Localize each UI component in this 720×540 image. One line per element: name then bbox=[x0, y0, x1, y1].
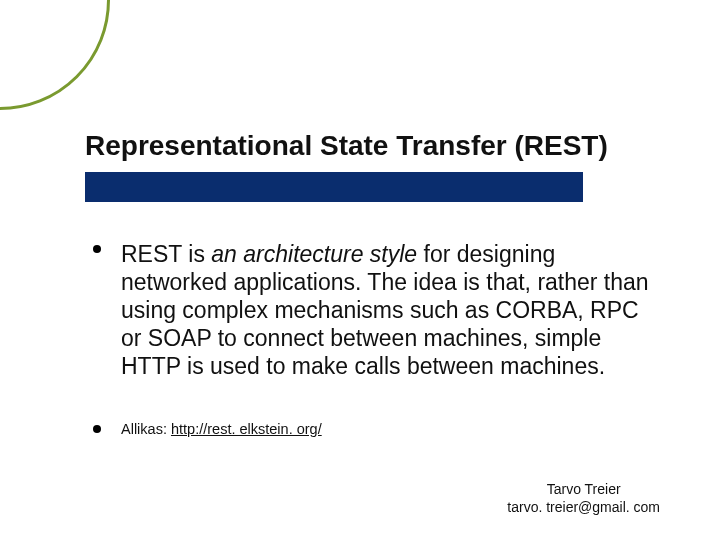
slide-title: Representational State Transfer (REST) bbox=[85, 130, 650, 162]
slide-content: Representational State Transfer (REST) R… bbox=[0, 0, 720, 540]
body-paragraph: REST is an architecture style for design… bbox=[121, 241, 649, 379]
author-name: Tarvo Treier bbox=[507, 481, 660, 499]
source-label: Allikas: bbox=[121, 421, 171, 437]
source-line: Allikas: http://rest. elkstein. org/ bbox=[121, 421, 322, 437]
list-item: REST is an architecture style for design… bbox=[93, 240, 650, 380]
footer: Tarvo Treier tarvo. treier@gmail. com bbox=[507, 481, 660, 516]
text-italic: an architecture style bbox=[211, 241, 417, 267]
source-link[interactable]: http://rest. elkstein. org/ bbox=[171, 421, 322, 437]
list-item: Allikas: http://rest. elkstein. org/ bbox=[93, 420, 650, 438]
text-fragment: REST is bbox=[121, 241, 211, 267]
author-email: tarvo. treier@gmail. com bbox=[507, 499, 660, 517]
title-accent-bar bbox=[85, 172, 583, 202]
bullet-list: REST is an architecture style for design… bbox=[85, 240, 650, 438]
